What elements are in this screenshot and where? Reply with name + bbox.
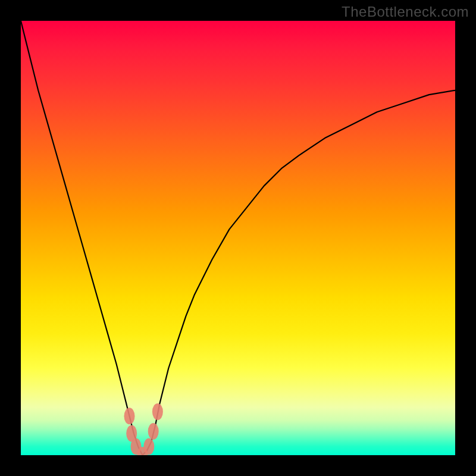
marker-dot	[152, 403, 163, 420]
chart-container: TheBottleneck.com	[0, 0, 476, 476]
marker-dot	[143, 438, 154, 455]
minimum-markers	[124, 403, 163, 455]
bottleneck-curve	[21, 21, 455, 455]
curve-svg	[21, 21, 455, 455]
plot-area	[21, 21, 455, 455]
marker-dot	[148, 423, 159, 440]
marker-dot	[124, 408, 135, 424]
watermark-text: TheBottleneck.com	[342, 4, 469, 20]
